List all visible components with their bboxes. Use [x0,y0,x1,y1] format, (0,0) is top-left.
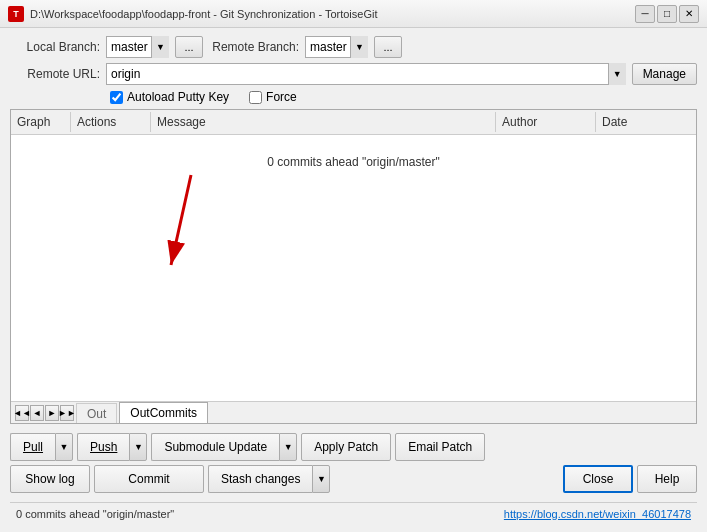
col-date: Date [596,112,696,132]
col-actions: Actions [71,112,151,132]
force-checkbox[interactable] [249,91,262,104]
autoload-putty-label: Autoload Putty Key [127,90,229,104]
stash-dropdown-button[interactable]: ▼ [312,465,330,493]
commit-button[interactable]: Commit [94,465,204,493]
submodule-update-button[interactable]: Submodule Update [151,433,279,461]
col-graph: Graph [11,112,71,132]
submodule-split-button: Submodule Update ▼ [151,433,297,461]
commit-list-area: Graph Actions Message Author Date 0 comm… [10,109,697,424]
empty-commits-message: 0 commits ahead "origin/master" [267,155,440,169]
svg-line-1 [171,175,191,265]
nav-prev-button[interactable]: ◄ [30,405,44,421]
col-message: Message [151,112,496,132]
maximize-button[interactable]: □ [657,5,677,23]
remote-url-select[interactable]: origin [106,63,626,85]
title-bar-left: T D:\Workspace\foodapp\foodapp-front - G… [8,6,378,22]
force-checkbox-label[interactable]: Force [249,90,297,104]
title-bar: T D:\Workspace\foodapp\foodapp-front - G… [0,0,707,28]
status-link[interactable]: https://blog.csdn.net/weixin_46017478 [504,508,691,520]
action-buttons-row-1: Pull ▼ Push ▼ Submodule Update ▼ Apply P… [10,433,697,461]
options-row: Autoload Putty Key Force [10,90,697,104]
push-button[interactable]: Push [77,433,129,461]
tab-bar: ◄◄ ◄ ► ►► Out OutCommits [11,401,696,423]
nav-last-button[interactable]: ►► [60,405,74,421]
push-dropdown-button[interactable]: ▼ [129,433,147,461]
apply-patch-button[interactable]: Apply Patch [301,433,391,461]
window-controls: ─ □ ✕ [635,5,699,23]
remote-url-row: Remote URL: origin ▼ Manage [10,63,697,85]
window-title: D:\Workspace\foodapp\foodapp-front - Git… [30,8,378,20]
commit-table-header: Graph Actions Message Author Date [11,110,696,135]
minimize-button[interactable]: ─ [635,5,655,23]
action-buttons-area: Pull ▼ Push ▼ Submodule Update ▼ Apply P… [10,429,697,497]
autoload-putty-checkbox-label[interactable]: Autoload Putty Key [110,90,229,104]
help-button[interactable]: Help [637,465,697,493]
stash-changes-button[interactable]: Stash changes [208,465,312,493]
autoload-putty-checkbox[interactable] [110,91,123,104]
pull-split-button: Pull ▼ [10,433,73,461]
nav-first-button[interactable]: ◄◄ [15,405,29,421]
pull-dropdown-button[interactable]: ▼ [55,433,73,461]
nav-next-button[interactable]: ► [45,405,59,421]
email-patch-button[interactable]: Email Patch [395,433,485,461]
local-branch-label: Local Branch: [10,40,100,54]
pull-button[interactable]: Pull [10,433,55,461]
stash-split-button: Stash changes ▼ [208,465,330,493]
tab-commits[interactable]: OutCommits [119,402,208,424]
main-window: Local Branch: master ▼ ... Remote Branch… [0,28,707,532]
close-window-button[interactable]: ✕ [679,5,699,23]
local-branch-row: Local Branch: master ▼ ... Remote Branch… [10,36,697,58]
status-text: 0 commits ahead "origin/master" [16,508,174,520]
col-author: Author [496,112,596,132]
remote-branch-select[interactable]: master [305,36,368,58]
local-branch-more-button[interactable]: ... [175,36,203,58]
annotation-arrow [131,165,251,285]
remote-url-label: Remote URL: [10,67,100,81]
commit-table-body: 0 commits ahead "origin/master" [11,135,696,401]
remote-url-select-wrapper: origin ▼ [106,63,626,85]
force-label: Force [266,90,297,104]
local-branch-select-wrapper: master ▼ [106,36,169,58]
status-bar: 0 commits ahead "origin/master" https://… [10,502,697,524]
tab-nav-arrows: ◄◄ ◄ ► ►► [15,405,74,423]
push-split-button: Push ▼ [77,433,147,461]
app-icon: T [8,6,24,22]
show-log-button[interactable]: Show log [10,465,90,493]
submodule-dropdown-button[interactable]: ▼ [279,433,297,461]
remote-branch-label: Remote Branch: [209,40,299,54]
remote-branch-select-wrapper: master ▼ [305,36,368,58]
manage-button[interactable]: Manage [632,63,697,85]
close-button[interactable]: Close [563,465,633,493]
tab-out[interactable]: Out [76,403,117,424]
action-buttons-row-2: Show log Commit Stash changes ▼ Close He… [10,465,697,493]
local-branch-select[interactable]: master [106,36,169,58]
remote-branch-more-button[interactable]: ... [374,36,402,58]
